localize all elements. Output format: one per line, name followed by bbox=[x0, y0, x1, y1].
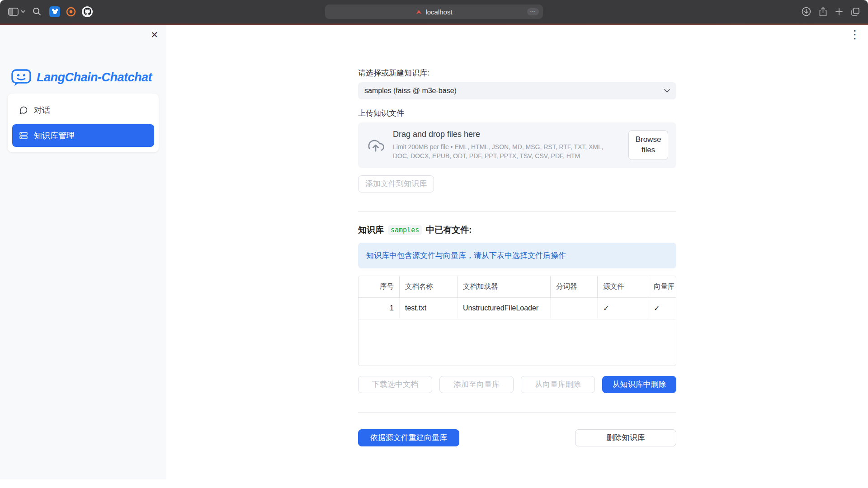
delete-kb-button[interactable]: 删除知识库 bbox=[575, 429, 676, 446]
new-tab-icon[interactable] bbox=[835, 5, 843, 19]
kb-bottom-buttons: 依据源文件重建向量库 删除知识库 bbox=[358, 429, 676, 446]
divider bbox=[358, 211, 676, 212]
table-action-buttons: 下载选中文档 添加至向量库 从向量库删除 从知识库中删除 bbox=[358, 376, 676, 393]
download-selected-button[interactable]: 下载选中文档 bbox=[358, 376, 432, 393]
sidebar: ✕ LangChain-Chatchat 对 bbox=[0, 25, 166, 488]
sidebar-bottom-strip bbox=[0, 479, 166, 488]
table-row[interactable]: 1 test.txt UnstructuredFileLoader ✓ ✓ bbox=[359, 298, 676, 319]
delete-from-kb-button[interactable]: 从知识库中删除 bbox=[602, 376, 676, 393]
kb-heading-prefix: 知识库 bbox=[358, 224, 384, 236]
column-header[interactable]: 源文件 bbox=[597, 276, 648, 297]
add-files-button[interactable]: 添加文件到知识库 bbox=[358, 175, 434, 192]
site-favicon bbox=[415, 9, 422, 15]
column-header[interactable]: 分词器 bbox=[550, 276, 597, 297]
add-to-vector-store-button[interactable]: 添加至向量库 bbox=[439, 376, 514, 393]
kb-files-heading: 知识库 samples 中已有文件: bbox=[358, 224, 676, 236]
tab-overview-icon[interactable] bbox=[851, 5, 860, 19]
column-header[interactable]: 文档名称 bbox=[399, 276, 457, 297]
github-extension-icon[interactable] bbox=[82, 6, 93, 17]
cell-splitter[interactable] bbox=[550, 298, 597, 319]
uploader-text: Drag and drop files here Limit 200MB per… bbox=[393, 130, 621, 161]
rebuild-vector-store-button[interactable]: 依据源文件重建向量库 bbox=[358, 429, 459, 446]
sidebar-item-label: 对话 bbox=[34, 105, 50, 116]
cell-index[interactable]: 1 bbox=[359, 298, 399, 319]
toolbar-right-group bbox=[802, 5, 860, 19]
table-header-row: 序号 文档名称 文档加载器 分词器 源文件 向量库 bbox=[359, 276, 676, 298]
more-extensions-icon[interactable]: ⋯ bbox=[527, 8, 539, 15]
kb-selectbox[interactable]: samples (faiss @ m3e-base) bbox=[358, 82, 676, 99]
logo-text: LangChain-Chatchat bbox=[37, 70, 152, 84]
toolbar-left-group bbox=[8, 5, 98, 19]
upload-label: 上传知识文件 bbox=[358, 108, 676, 118]
kb-selected-value: samples (faiss @ m3e-base) bbox=[364, 87, 457, 95]
sidebar-nav: 对话 知识库管理 bbox=[8, 94, 159, 152]
extension-blue-icon[interactable] bbox=[49, 6, 60, 17]
address-bar[interactable]: localhost ⋯ bbox=[325, 5, 543, 19]
browse-files-button[interactable]: Browse files bbox=[628, 130, 668, 160]
sidebar-item-kb-management[interactable]: 知识库管理 bbox=[12, 124, 154, 147]
download-icon[interactable] bbox=[802, 5, 811, 19]
sidebar-toggle-icon bbox=[8, 8, 19, 16]
sidebar-close-icon[interactable]: ✕ bbox=[151, 30, 158, 39]
share-icon[interactable] bbox=[819, 5, 827, 19]
chat-bubble-icon bbox=[19, 106, 28, 115]
address-text: localhost bbox=[425, 8, 452, 16]
column-header[interactable]: 文档加载器 bbox=[457, 276, 550, 297]
sidebar-item-chat[interactable]: 对话 bbox=[12, 99, 154, 122]
files-table[interactable]: 序号 文档名称 文档加载器 分词器 源文件 向量库 1 test.txt Uns… bbox=[358, 276, 676, 366]
file-uploader-dropzone[interactable]: Drag and drop files here Limit 200MB per… bbox=[358, 122, 676, 168]
column-header[interactable]: 向量库 bbox=[648, 276, 676, 297]
uploader-title: Drag and drop files here bbox=[393, 130, 621, 139]
app-logo: LangChain-Chatchat bbox=[0, 25, 166, 86]
delete-from-vector-store-button[interactable]: 从向量库删除 bbox=[521, 376, 595, 393]
divider bbox=[358, 412, 676, 413]
logo-chat-icon bbox=[11, 68, 32, 86]
column-header[interactable]: 序号 bbox=[359, 276, 399, 297]
database-stack-icon bbox=[19, 131, 28, 140]
cell-vector-store-check[interactable]: ✓ bbox=[648, 298, 676, 319]
chevron-down-icon bbox=[21, 10, 25, 13]
sidebar-item-label: 知识库管理 bbox=[34, 130, 75, 141]
app-window: ✕ LangChain-Chatchat 对 bbox=[0, 25, 868, 488]
search-icon[interactable] bbox=[33, 5, 41, 19]
content-column: 请选择或新建知识库: samples (faiss @ m3e-base) 上传… bbox=[358, 25, 676, 446]
info-banner: 知识库中包含源文件与向量库，请从下表中选择文件后操作 bbox=[358, 243, 676, 268]
cell-loader[interactable]: UnstructuredFileLoader bbox=[457, 298, 550, 319]
main-content: ⋮ 请选择或新建知识库: samples (faiss @ m3e-base) … bbox=[166, 25, 868, 488]
uploader-limits: Limit 200MB per file • EML, HTML, JSON, … bbox=[393, 142, 621, 161]
kb-heading-suffix: 中已有文件: bbox=[426, 224, 472, 236]
cell-doc-name[interactable]: test.txt bbox=[399, 298, 457, 319]
chevron-down-icon bbox=[664, 89, 670, 93]
sidebar-toggle-button[interactable] bbox=[8, 5, 25, 19]
extension-orange-icon[interactable] bbox=[66, 6, 76, 17]
cell-source-file-check[interactable]: ✓ bbox=[597, 298, 648, 319]
kb-name-code: samples bbox=[388, 225, 422, 235]
kb-select-label: 请选择或新建知识库: bbox=[358, 68, 676, 78]
app-menu-icon[interactable]: ⋮ bbox=[849, 28, 861, 40]
cloud-upload-icon bbox=[366, 138, 385, 152]
browser-toolbar: localhost ⋯ bbox=[0, 0, 868, 23]
